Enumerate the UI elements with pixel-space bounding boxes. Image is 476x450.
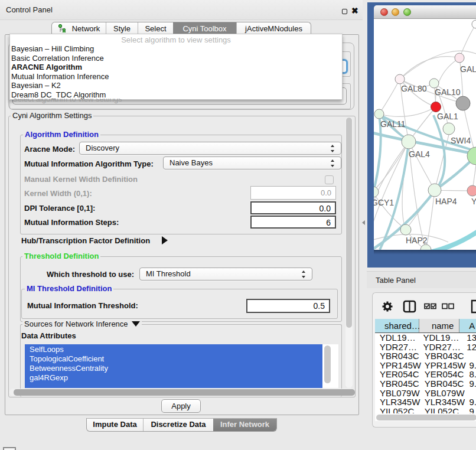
svg-text:HAP2: HAP2 [406,236,428,245]
svg-text:GAL11: GAL11 [380,119,406,129]
svg-text:GAL10: GAL10 [435,87,461,97]
svg-text:GAL7: GAL7 [460,64,476,74]
svg-text:GAL4: GAL4 [409,149,430,159]
svg-text:YM: YM [471,197,476,206]
svg-text:GAL1: GAL1 [437,112,458,121]
svg-text:GCY1: GCY1 [374,198,394,207]
svg-text:GAL80: GAL80 [401,84,427,93]
svg-text:HAP4: HAP4 [435,197,457,206]
svg-text:SWI4: SWI4 [451,136,471,145]
